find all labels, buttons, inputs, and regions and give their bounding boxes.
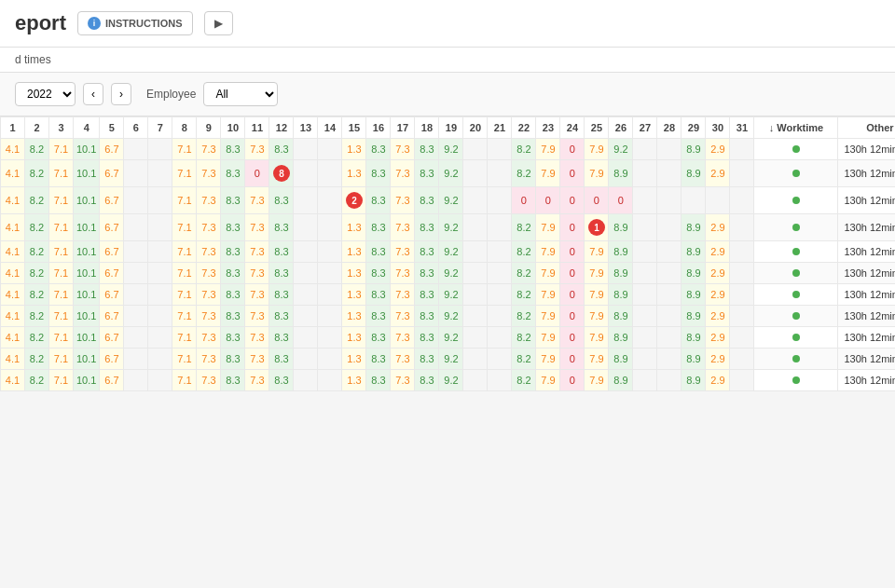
cell-row6-col28: 8.9: [682, 284, 706, 306]
year-select[interactable]: 2022: [15, 82, 76, 106]
cell-row8-col5: [124, 327, 148, 349]
cell-row3-col9: 8.3: [221, 214, 245, 241]
cell-row0-col17: 8.3: [415, 139, 439, 160]
cell-row7-col1: 8.2: [25, 306, 49, 327]
play-button[interactable]: ▶: [204, 11, 233, 35]
cell-row6-col9: 8.3: [221, 284, 245, 306]
cell-row5-col29: 2.9: [706, 263, 730, 284]
cell-row8-col4: 6.7: [100, 327, 124, 349]
cell-row10-col14: 1.3: [342, 370, 366, 391]
cell-row10-col24: 7.9: [585, 370, 609, 391]
cell-row6-col15: 8.3: [366, 284, 391, 306]
col-header-10: 11: [245, 117, 269, 139]
cell-row10-col28: 8.9: [682, 370, 706, 391]
cell-row2-col11: 8.3: [269, 187, 294, 214]
table-row: 4.18.27.110.16.77.17.38.37.38.31.38.37.3…: [1, 263, 896, 284]
cell-row9-col31: [754, 349, 838, 370]
col-header-23: 24: [560, 117, 585, 139]
cell-row8-col14: 1.3: [342, 327, 366, 349]
cell-row1-col9: 8.3: [221, 160, 245, 187]
cell-row5-col22: 7.9: [536, 263, 560, 284]
cell-row9-col23: 0: [560, 349, 585, 370]
cell-row4-col14: 1.3: [342, 241, 366, 263]
cell-row1-col4: 6.7: [100, 160, 124, 187]
cell-row6-col12: [294, 284, 318, 306]
cell-row1-col10: 0: [245, 160, 269, 187]
status-dot: [792, 291, 800, 298]
col-header-18: 19: [439, 117, 463, 139]
cell-row2-col15: 8.3: [366, 187, 391, 214]
col-header-7: 8: [172, 117, 197, 139]
cell-row5-col18: 9.2: [439, 263, 463, 284]
badge: 2: [346, 192, 363, 209]
cell-row3-col20: [488, 214, 512, 241]
subtitle-bar: d times: [0, 48, 895, 73]
page-title: eport: [15, 11, 66, 35]
cell-row5-col20: [488, 263, 512, 284]
cell-row9-col13: [318, 349, 342, 370]
status-dot: [792, 170, 800, 177]
cell-row9-col28: 8.9: [682, 349, 706, 370]
cell-row0-col22: 7.9: [536, 139, 560, 160]
cell-row1-col29: 2.9: [706, 160, 730, 187]
employee-select[interactable]: All: [203, 82, 278, 106]
cell-row4-col1: 8.2: [25, 241, 49, 263]
col-header-21: 22: [512, 117, 536, 139]
cell-row1-col3: 10.1: [74, 160, 100, 187]
cell-row5-col16: 7.3: [391, 263, 415, 284]
cell-row5-col7: 7.1: [172, 263, 197, 284]
next-button[interactable]: ›: [111, 83, 131, 105]
cell-row2-col3: 10.1: [74, 187, 100, 214]
info-icon: i: [88, 17, 101, 30]
cell-row7-col9: 8.3: [221, 306, 245, 327]
cell-row8-col8: 7.3: [197, 327, 221, 349]
cell-row2-col2: 7.1: [49, 187, 74, 214]
cell-row3-col26: [633, 214, 657, 241]
col-header-30: 31: [730, 117, 754, 139]
cell-row10-col0: 4.1: [1, 370, 25, 391]
cell-row6-col27: [657, 284, 682, 306]
cell-row4-col21: 8.2: [512, 241, 536, 263]
cell-row6-col18: 9.2: [439, 284, 463, 306]
cell-row0-col6: [148, 139, 172, 160]
cell-row3-col28: 8.9: [682, 214, 706, 241]
cell-row10-col1: 8.2: [25, 370, 49, 391]
table-row: 4.18.27.110.16.77.17.38.37.38.31.38.37.3…: [1, 214, 896, 241]
cell-row3-col14: 1.3: [342, 214, 366, 241]
cell-row4-col17: 8.3: [415, 241, 439, 263]
cell-row3-col15: 8.3: [366, 214, 391, 241]
status-dot: [792, 312, 800, 320]
cell-row4-col31: [754, 241, 838, 263]
cell-row8-col6: [148, 327, 172, 349]
cell-row3-col19: [463, 214, 488, 241]
cell-row9-col0: 4.1: [1, 349, 25, 370]
cell-row4-col24: 7.9: [585, 241, 609, 263]
cell-row6-col4: 6.7: [100, 284, 124, 306]
cell-row8-col13: [318, 327, 342, 349]
cell-row1-col30: [730, 160, 754, 187]
instructions-button[interactable]: i INSTRUCTIONS: [77, 11, 193, 35]
cell-row9-col15: 8.3: [366, 349, 391, 370]
cell-row10-col23: 0: [560, 370, 585, 391]
cell-row6-col7: 7.1: [172, 284, 197, 306]
cell-row8-col28: 8.9: [682, 327, 706, 349]
prev-button[interactable]: ‹: [83, 83, 103, 105]
cell-row6-col32: 130h 12min: [838, 284, 895, 306]
cell-row6-col17: 8.3: [415, 284, 439, 306]
cell-row0-col23: 0: [560, 139, 585, 160]
cell-row6-col22: 7.9: [536, 284, 560, 306]
cell-row10-col3: 10.1: [74, 370, 100, 391]
cell-row1-col31: [754, 160, 838, 187]
table-row: 4.18.27.110.16.77.17.38.37.38.31.38.37.3…: [1, 349, 896, 370]
badge: 1: [588, 219, 605, 236]
cell-row5-col15: 8.3: [366, 263, 391, 284]
cell-row4-col28: 8.9: [682, 241, 706, 263]
cell-row7-col28: 8.9: [682, 306, 706, 327]
cell-row2-col8: 7.3: [197, 187, 221, 214]
cell-row0-col3: 10.1: [74, 139, 100, 160]
cell-row6-col8: 7.3: [197, 284, 221, 306]
cell-row7-col5: [124, 306, 148, 327]
cell-row10-col4: 6.7: [100, 370, 124, 391]
cell-row3-col12: [294, 214, 318, 241]
cell-row1-col13: [318, 160, 342, 187]
